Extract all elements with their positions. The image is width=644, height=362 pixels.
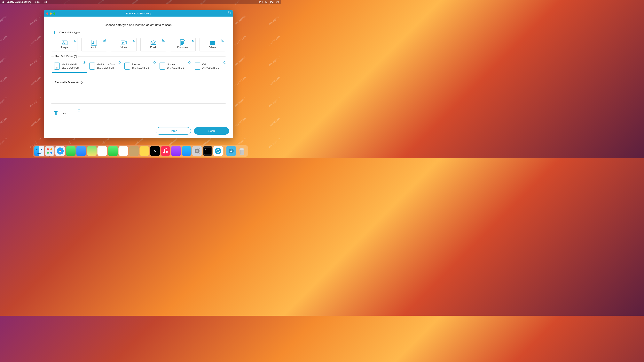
trash-label: Trash	[60, 112, 66, 115]
drive-item[interactable]: Macintosh HD 16.3 GB/255 GB	[52, 60, 87, 73]
drive-radio[interactable]	[153, 61, 156, 64]
dock-music[interactable]	[161, 146, 170, 156]
scan-button[interactable]: Scan	[194, 127, 229, 135]
drive-radio[interactable]	[118, 61, 120, 64]
svg-point-16	[41, 149, 42, 150]
drive-size: 16.3 GB/255 GB	[167, 66, 184, 69]
window-title: Eassiy Data Recovery	[44, 12, 233, 15]
hdd-drive-list[interactable]: Macintosh HD 16.3 GB/255 GB Macinto... -…	[51, 57, 226, 73]
drive-name: Preboot	[132, 63, 149, 66]
disk-icon	[89, 62, 95, 69]
drive-item[interactable]: Preboot 16.3 GB/255 GB	[122, 60, 158, 73]
close-button[interactable]	[46, 12, 48, 14]
dock-eassiy[interactable]	[213, 146, 223, 156]
dock-launchpad[interactable]	[45, 146, 54, 156]
dock-trash[interactable]	[237, 146, 247, 156]
zoom-button[interactable]	[53, 12, 56, 14]
file-type-video[interactable]: Video	[111, 38, 136, 51]
dock-maps[interactable]	[87, 146, 97, 156]
menubar-app-name[interactable]: Eassiy Data Recovery	[7, 0, 31, 3]
macos-dock: tv>_	[33, 145, 248, 157]
dock-messages[interactable]	[66, 146, 76, 156]
svg-rect-13	[210, 42, 215, 42]
dock-appstore[interactable]	[182, 146, 192, 156]
svg-point-11	[95, 41, 95, 41]
spotlight-icon[interactable]	[265, 0, 268, 3]
svg-point-50	[239, 148, 244, 150]
control-center-icon[interactable]	[270, 0, 274, 3]
file-type-image[interactable]: Image	[52, 38, 78, 51]
menubar-item-help[interactable]: Help	[43, 0, 48, 3]
dock-mail[interactable]	[76, 146, 86, 156]
svg-point-5	[272, 2, 273, 3]
disk-icon	[124, 62, 130, 69]
drive-radio[interactable]	[188, 61, 191, 64]
minimize-button[interactable]	[50, 12, 52, 14]
removable-group: Removable Drives (0)	[51, 83, 226, 104]
check-all-row[interactable]: Check all file types	[54, 31, 226, 34]
email-icon	[150, 40, 156, 45]
file-type-folder[interactable]: Others	[200, 38, 225, 51]
dock-photos[interactable]	[98, 146, 107, 156]
svg-point-4	[271, 1, 272, 1]
svg-rect-29	[108, 146, 118, 156]
apple-logo-icon	[2, 0, 5, 3]
file-type-audio[interactable]: Audio	[81, 38, 107, 51]
file-type-checkbox[interactable]	[222, 39, 224, 41]
trash-option[interactable]: Trash	[51, 109, 82, 116]
drive-name: Update	[167, 63, 184, 66]
drive-radio[interactable]	[83, 61, 86, 64]
drive-radio[interactable]	[224, 61, 226, 64]
help-button[interactable]: ?	[227, 11, 231, 15]
refresh-icon[interactable]	[80, 81, 83, 84]
drive-size: 16.3 GB/255 GB	[202, 66, 219, 69]
home-button[interactable]: Home	[156, 127, 191, 135]
document-icon	[180, 40, 186, 45]
file-type-label: Email	[150, 46, 156, 49]
svg-point-21	[50, 152, 52, 154]
drive-size: 16.3 GB/255 GB	[62, 66, 79, 69]
svg-rect-26	[76, 146, 86, 156]
dock-notes[interactable]	[140, 146, 150, 156]
drive-item[interactable]: Macinto... - Data 16.3 GB/255 GB	[87, 60, 122, 73]
file-type-checkbox[interactable]	[192, 39, 194, 41]
trash-radio[interactable]	[78, 109, 80, 111]
dock-terminal[interactable]: >_	[203, 146, 212, 156]
drive-item[interactable]: Update 16.3 GB/255 GB	[158, 60, 193, 73]
file-type-checkbox[interactable]	[103, 39, 106, 41]
file-type-document[interactable]: Document	[170, 38, 196, 51]
file-type-checkbox[interactable]	[162, 39, 165, 41]
file-type-label: Others	[209, 46, 216, 49]
check-all-checkbox[interactable]	[54, 31, 57, 34]
menubar-item-tools[interactable]: Tools	[34, 0, 40, 3]
drive-name: Macintosh HD	[62, 63, 79, 66]
dock-facetime[interactable]	[108, 146, 118, 156]
drive-name: Macinto... - Data	[97, 63, 115, 66]
svg-rect-0	[260, 1, 262, 3]
disk-icon	[195, 62, 200, 69]
dock-reminders[interactable]	[118, 146, 128, 156]
drive-item[interactable]: VM 16.3 GB/255 GB	[193, 60, 226, 73]
file-type-checkbox[interactable]	[74, 39, 76, 41]
svg-rect-2	[270, 1, 273, 2]
file-type-label: Audio	[91, 46, 97, 49]
dock-downloads[interactable]	[226, 146, 236, 156]
dock-finder[interactable]	[34, 146, 44, 156]
dock-settings[interactable]	[192, 146, 202, 156]
file-type-label: Document	[177, 46, 188, 49]
file-type-grid: Image Audio Video Email Document Others	[51, 38, 226, 51]
language-icon[interactable]	[260, 0, 262, 3]
page-heading: Choose data type and location of lost da…	[51, 23, 226, 27]
clock-icon[interactable]	[276, 0, 279, 3]
file-type-label: Image	[61, 46, 68, 49]
file-type-email[interactable]: Email	[140, 38, 166, 51]
dock-contacts[interactable]	[129, 146, 139, 156]
svg-point-20	[47, 152, 49, 154]
app-window: Eassiy Data Recovery ? Choose data type …	[44, 10, 233, 138]
folder-icon	[210, 40, 215, 45]
file-type-checkbox[interactable]	[133, 39, 135, 41]
dock-appletv[interactable]: tv	[150, 146, 160, 156]
dock-podcasts[interactable]	[171, 146, 181, 156]
check-all-label: Check all file types	[59, 31, 80, 34]
dock-safari[interactable]	[56, 146, 65, 156]
